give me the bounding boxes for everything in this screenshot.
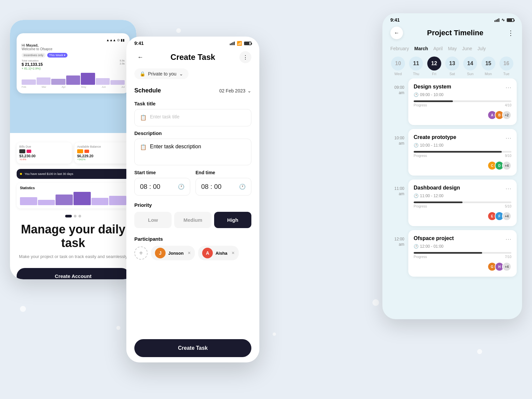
date-selector[interactable]: 02 Feb 2023 ⌄: [219, 88, 251, 93]
date-picker: 10 Wed 11 Thu 12 Fri 13 Sat 14 Sun 15 Mo…: [382, 54, 522, 78]
avatars-1: A B +2: [414, 110, 511, 120]
priority-buttons: Low Medium High: [134, 212, 251, 228]
avatar-plus-2: +4: [502, 161, 511, 170]
task-more-1[interactable]: ⋯: [505, 84, 511, 91]
create-task-button[interactable]: Create Task: [134, 339, 251, 357]
signal-icon: ▲▲▲: [106, 38, 116, 42]
start-time-field: Start time 08 : 00 🕐: [134, 170, 190, 196]
remove-aisha-button[interactable]: ✕: [231, 251, 235, 255]
time-fields: Start time 08 : 00 🕐 End time 08 : 00 🕐: [126, 170, 259, 196]
phone1-onboarding: ▲▲▲ ⊙ ▮▮ Hi Mayad, Welcome to Ofsapce In…: [10, 20, 136, 279]
page-title: Create Task: [171, 53, 215, 62]
remove-jonson-button[interactable]: ✕: [188, 251, 191, 255]
clock-icon: 🕐: [178, 184, 185, 190]
avatar-plus-1: +2: [502, 110, 511, 120]
priority-medium-button[interactable]: Medium: [174, 212, 211, 228]
back-button[interactable]: ←: [134, 51, 146, 63]
back-button-3[interactable]: ←: [390, 27, 403, 39]
time-label-9am: 09:00am: [388, 78, 404, 95]
time-slot-9am: 09:00am Design system ⋯ 🕐 09:00 - 10:00 …: [388, 78, 517, 125]
progress-bg-1: [414, 100, 511, 102]
schedule-label: Schedule: [134, 87, 161, 94]
description-label: Description: [126, 126, 259, 139]
pag-dot-1: [65, 215, 72, 217]
start-time-input[interactable]: 08 : 00 🕐: [134, 178, 190, 196]
signal-icon: [230, 42, 235, 45]
more-options-button[interactable]: ⋮: [239, 51, 251, 63]
filter-incentives[interactable]: Incentives only: [22, 53, 46, 58]
description-input[interactable]: 📋 Enter task description: [134, 139, 251, 165]
more-options-button-3[interactable]: ⋮: [507, 29, 514, 37]
battery-icon-3: [507, 18, 514, 22]
date-11[interactable]: 11 Thu: [408, 57, 424, 76]
progress-fill-2: [414, 151, 502, 153]
date-10[interactable]: 10 Wed: [390, 57, 406, 76]
avatar-plus-3: +4: [502, 211, 511, 221]
time-slot-12pm: 12:00am Ofspace project ⋯ 🕐 12:00 - 01:0…: [388, 230, 517, 277]
task-more-4[interactable]: ⋯: [505, 235, 511, 243]
start-time-label: Start time: [134, 170, 190, 175]
create-account-button[interactable]: Create Account: [17, 268, 130, 279]
chevron-icon: ⌄: [247, 88, 251, 93]
filter-this-week[interactable]: This Week ▾: [47, 53, 68, 58]
onboarding-title: Manage your daily task: [17, 222, 130, 250]
date-12-selected[interactable]: 12 Fri: [427, 57, 442, 76]
lock-icon: 🔒: [140, 71, 145, 76]
mini-dashboard-card: ▲▲▲ ⊙ ▮▮ Hi Mayad, Welcome to Ofsapce In…: [17, 33, 130, 93]
month-february[interactable]: February: [390, 46, 409, 51]
battery-icon-small: ▮▮: [121, 38, 125, 42]
end-time-input[interactable]: 08 : 00 🕐: [196, 178, 251, 196]
time-slot-11am: 11:00am Dashboard design ⋯ 🕐 11:00 - 12:…: [388, 180, 517, 226]
progress-fill-1: [414, 100, 453, 102]
date-16[interactable]: 16 Tue: [499, 57, 514, 76]
status-time: 9:41: [134, 41, 144, 46]
task-more-2[interactable]: ⋯: [505, 134, 511, 142]
month-april[interactable]: April: [433, 46, 443, 51]
participant-avatar-aisha: A: [202, 248, 213, 258]
desc-icon: 📋: [140, 144, 147, 150]
greeting: Hi Mayad, Welcome to Ofsapce: [22, 43, 125, 51]
avatars-4: G H +4: [414, 262, 511, 271]
participants-list: + J Jonson ✕ A Aisha ✕: [134, 246, 251, 260]
date-14[interactable]: 14 Sun: [463, 57, 478, 76]
progress-bg-2: [414, 151, 511, 153]
priority-section: Priority Low Medium High: [126, 198, 259, 232]
task-title-input[interactable]: 📋 Enter task title: [134, 109, 251, 126]
month-june[interactable]: June: [462, 46, 472, 51]
pag-dot-2: [74, 215, 76, 217]
task-more-3[interactable]: ⋯: [505, 185, 511, 192]
participant-jonson: J Jonson ✕: [151, 246, 195, 260]
phone2-create-task: 9:41 📶 ← Create Task ⋮ 🔒 Private to you …: [126, 37, 259, 362]
create-task-btn-area: Create Task: [126, 334, 259, 362]
status-time-3: 9:41: [390, 17, 400, 23]
priority-low-button[interactable]: Low: [134, 212, 172, 228]
month-march[interactable]: March: [414, 46, 428, 51]
clock-icon-t4: 🕐: [414, 244, 419, 249]
task-icon: 📋: [140, 114, 147, 121]
clock-icon-t1: 🕐: [414, 92, 419, 97]
month-july[interactable]: July: [477, 46, 486, 51]
avatars-2: C D +4: [414, 161, 511, 170]
participants-section: Participants + J Jonson ✕ A Aisha ✕: [126, 232, 259, 264]
balance-card: Available Balance $6,229.20 +342%: [74, 142, 130, 164]
status-icons-3: ∿: [494, 18, 514, 22]
status-bar: 9:41 📶: [126, 37, 259, 46]
date-13[interactable]: 13 Sat: [445, 57, 460, 76]
add-participant-button[interactable]: +: [134, 246, 148, 260]
battery-icon: [244, 42, 251, 45]
month-may[interactable]: May: [448, 46, 457, 51]
avatar-plus-4: +4: [502, 262, 511, 271]
task-title-label: Task title: [126, 97, 259, 109]
privacy-selector[interactable]: 🔒 Private to you ⌄: [134, 68, 189, 79]
priority-high-button[interactable]: High: [214, 212, 251, 228]
status-icons: 📶: [230, 41, 251, 46]
timeline-title: Project Timeline: [427, 29, 483, 37]
participants-label: Participants: [134, 236, 251, 242]
clock-icon-2: 🕐: [239, 184, 246, 190]
end-time-label: End time: [196, 170, 251, 175]
savings-banner: You have saved $100 in last 30 days: [17, 169, 130, 179]
participant-avatar-jonson: J: [155, 248, 166, 258]
wifi-icon-small: ⊙: [117, 38, 120, 42]
date-15[interactable]: 15 Mon: [480, 57, 496, 76]
wifi-icon: 📶: [237, 41, 242, 46]
